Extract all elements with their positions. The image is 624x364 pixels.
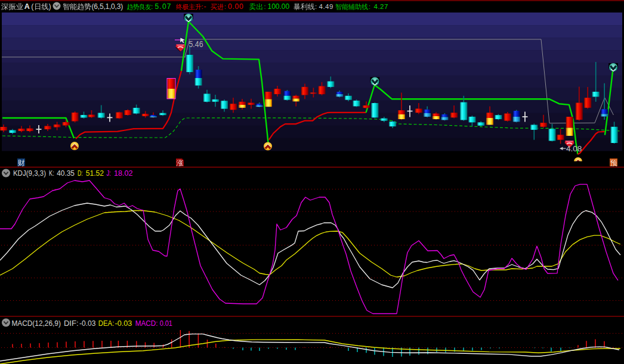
svg-text:(6,5,1,0,3): (6,5,1,0,3) (92, 2, 123, 11)
svg-text:J:: J: (107, 169, 112, 178)
svg-text:0.00: 0.00 (228, 2, 244, 11)
svg-text::: : (369, 3, 370, 10)
svg-text:-: - (204, 2, 206, 11)
svg-text:MACD:: MACD: (135, 319, 158, 328)
svg-text:51.52: 51.52 (86, 169, 104, 178)
svg-text:K:: K: (49, 169, 54, 178)
svg-text:5.07: 5.07 (155, 2, 172, 11)
svg-text:4.27: 4.27 (374, 3, 388, 10)
svg-text:0.01: 0.01 (160, 319, 172, 328)
svg-text::: : (315, 3, 317, 10)
svg-text:KDJ(9,3,3): KDJ(9,3,3) (13, 169, 46, 178)
svg-text:-0.03: -0.03 (79, 319, 95, 328)
svg-text:100.00: 100.00 (268, 2, 290, 11)
svg-text:DIF:: DIF: (64, 319, 79, 328)
svg-text:MACD(12,26,9): MACD(12,26,9) (11, 319, 61, 328)
svg-text:4.49: 4.49 (319, 3, 333, 10)
svg-text:4.08: 4.08 (566, 144, 582, 153)
svg-text::: : (202, 3, 203, 10)
svg-text:-0.03: -0.03 (115, 319, 132, 328)
svg-text:A: A (24, 2, 30, 11)
svg-text:): ) (49, 2, 51, 11)
svg-text::: : (264, 3, 266, 10)
svg-text:D:: D: (78, 169, 83, 178)
svg-text::: : (224, 3, 226, 10)
svg-text:5.46: 5.46 (189, 39, 203, 49)
svg-text:18.02: 18.02 (114, 169, 133, 178)
svg-text::: : (151, 3, 153, 10)
svg-text:40.35: 40.35 (57, 169, 75, 178)
svg-text:DEA:: DEA: (98, 319, 115, 328)
